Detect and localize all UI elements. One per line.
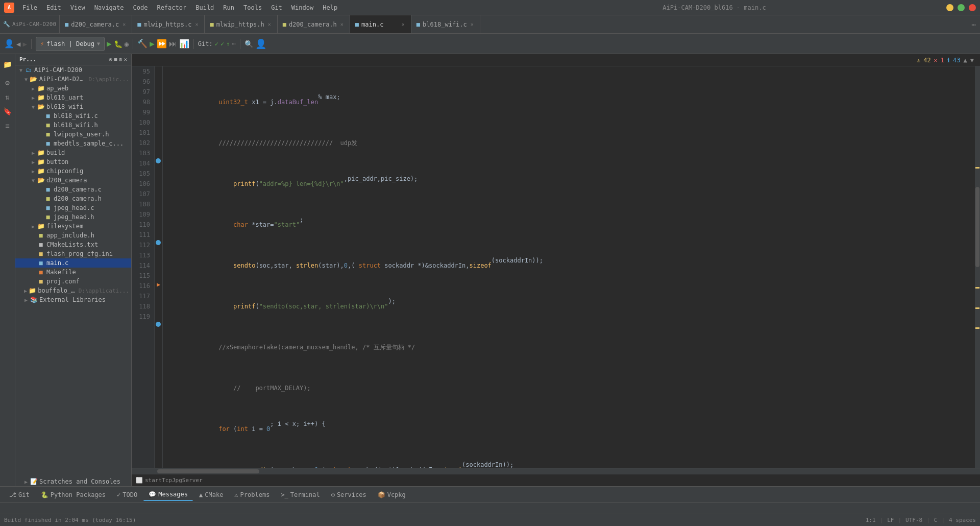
bottom-tab-messages[interactable]: 💬 Messages — [143, 489, 193, 501]
tree-item-bl618-wifi-c[interactable]: ■ bl618_wifi.c — [15, 111, 131, 121]
bottom-tab-vcpkg[interactable]: 📦 Vcpkg — [373, 489, 411, 500]
menu-edit[interactable]: Edit — [42, 3, 65, 12]
tree-item-lwipopts[interactable]: ■ lwipopts_user.h — [15, 130, 131, 139]
tab-main-c[interactable]: ■ main.c ✕ — [350, 15, 411, 33]
menu-view[interactable]: View — [66, 3, 89, 12]
error-count-icon[interactable]: ✕ — [934, 57, 938, 64]
run-config-button[interactable]: ⚡ flash | Debug ▼ — [36, 37, 105, 51]
tree-item-chipconfig[interactable]: ▶ 📁 chipconfig — [15, 166, 131, 176]
tree-item-proj-conf[interactable]: ■ proj.conf — [15, 277, 131, 286]
coverage-button[interactable]: ◉ — [125, 40, 129, 48]
menu-refactor[interactable]: Refactor — [153, 3, 190, 12]
tree-item-scratches[interactable]: ▶ 📝 Scratches and Consoles — [15, 477, 131, 486]
tree-item-button[interactable]: ▶ 📁 button — [15, 157, 131, 166]
close-button[interactable] — [969, 4, 976, 11]
tree-item-ap-web[interactable]: ▶ 📁 ap_web — [15, 84, 131, 93]
sidebar-icon-commit[interactable]: ⚙ — [2, 77, 14, 89]
menu-help[interactable]: Help — [318, 3, 341, 12]
menu-code[interactable]: Code — [129, 3, 152, 12]
tree-item-bl618-wifi-h[interactable]: ■ bl618_wifi.h — [15, 121, 131, 130]
tab-close-icon[interactable]: ✕ — [267, 20, 272, 28]
bottom-tab-git[interactable]: ⎇ Git — [4, 489, 35, 500]
tab-close-icon[interactable]: ✕ — [339, 20, 345, 28]
tree-collapse-icon[interactable]: ≡ — [114, 56, 117, 63]
maximize-button[interactable] — [958, 4, 965, 11]
sidebar-icon-structure[interactable]: ≡ — [2, 119, 14, 132]
code-content[interactable]: uint32_t x1 = j.dataBuf_len% max; //////… — [163, 66, 975, 468]
menu-file[interactable]: File — [18, 3, 41, 12]
tree-item-bl618-wifi[interactable]: ▼ 📂 bl618_wifi — [15, 102, 131, 111]
minimize-button[interactable] — [946, 4, 953, 11]
tree-item-makefile[interactable]: ■ Makefile — [15, 268, 131, 277]
toolbar-build-icon[interactable]: 🔨 — [137, 39, 148, 49]
sidebar-icon-project[interactable]: 📁 — [2, 58, 14, 70]
tab-mlwip-https-c[interactable]: ■ mlwip_https.c ✕ — [132, 15, 205, 33]
bottom-tab-problems[interactable]: ⚠ Problems — [229, 489, 275, 500]
bottom-tab-python-packages[interactable]: 🐍 Python Packages — [36, 489, 111, 500]
search-icon[interactable]: 🔍 — [244, 40, 253, 48]
tree-item-d200-cam-c[interactable]: ■ d200_camera.c — [15, 185, 131, 194]
tree-item-root[interactable]: ▼ 🗂 AiPi-CAM-D200 — [15, 65, 131, 75]
toolbar-attach-icon[interactable]: ⏭ — [169, 39, 177, 49]
collapse-all-icon[interactable]: ▲ — [964, 57, 967, 64]
code-container[interactable]: 95 96 97 98 99 100 101 102 103 104 105 1… — [132, 66, 980, 468]
tree-item-app-include[interactable]: ■ app_include.h — [15, 231, 131, 240]
debug-button[interactable]: 🐛 — [114, 40, 122, 48]
git-checkmark2[interactable]: ✓ — [220, 40, 224, 47]
indent-setting[interactable]: 4 spaces — [949, 517, 976, 523]
toolbar-run-icon[interactable]: ▶ — [150, 39, 155, 49]
tree-close-icon[interactable]: ✕ — [124, 56, 127, 63]
bottom-tab-services[interactable]: ⚙ Services — [326, 489, 372, 500]
horizontal-scrollbar[interactable] — [132, 468, 980, 474]
toolbar-forward-icon[interactable]: ▶ — [22, 40, 27, 48]
tree-item-aipicam[interactable]: ▼ 📂 AiPi-CAM-D200 D:\applic... — [15, 75, 131, 84]
tab-close-icon[interactable]: ✕ — [121, 20, 127, 28]
tab-bl618-wifi-c[interactable]: ■ bl618_wifi.c ✕ — [411, 15, 480, 33]
warning-count-icon[interactable]: ⚠ — [917, 57, 920, 64]
config-dropdown-icon[interactable]: ▼ — [97, 41, 100, 46]
scrollbar-thumb[interactable] — [975, 187, 979, 267]
tree-item-d200-camera[interactable]: ▼ 📂 d200_camera — [15, 176, 131, 185]
bottom-tab-terminal[interactable]: >_ Terminal — [276, 489, 325, 500]
line-ending[interactable]: LF — [887, 517, 894, 523]
menu-run[interactable]: Run — [219, 3, 238, 12]
tree-item-jpeg-head-h[interactable]: ■ jpeg_head.h — [15, 212, 131, 222]
tab-mlwip-https-h[interactable]: ■ mlwip_https.h ✕ — [205, 15, 277, 33]
tree-item-flash-prog[interactable]: ■ flash_prog_cfg.ini — [15, 249, 131, 258]
tab-close-icon[interactable]: ✕ — [194, 20, 199, 28]
git-arrow-up[interactable]: ↑ — [226, 40, 230, 47]
toolbar-back-icon[interactable]: ◀ — [16, 40, 20, 48]
expand-all-icon[interactable]: ▼ — [970, 57, 974, 64]
sidebar-icon-pullrequest[interactable]: ⇅ — [2, 91, 14, 103]
tree-settings-icon[interactable]: ⚙ — [119, 56, 122, 63]
tree-locate-icon[interactable]: ⊙ — [109, 56, 113, 63]
tree-item-build[interactable]: ▶ 📁 build — [15, 148, 131, 157]
vertical-scrollbar[interactable] — [975, 66, 980, 468]
tab-d200-camera-h[interactable]: ■ d200_camera.h ✕ — [278, 15, 350, 33]
tree-item-jpeg-head-c[interactable]: ■ jpeg_head.c — [15, 203, 131, 212]
sidebar-icon-bookmarks[interactable]: 🔖 — [2, 105, 14, 117]
toolbar-debug-icon[interactable]: ⏩ — [157, 39, 167, 49]
git-arrow-more[interactable]: ⋯ — [232, 40, 235, 47]
tree-item-mbedtls[interactable]: ■ mbedtls_sample_c... — [15, 139, 131, 148]
bottom-tab-cmake[interactable]: ▲ CMake — [194, 489, 228, 500]
menu-window[interactable]: Window — [287, 3, 317, 12]
menu-navigate[interactable]: Navigate — [90, 3, 128, 12]
user-avatar-icon[interactable]: 👤 — [255, 38, 266, 49]
hscrollbar-thumb[interactable] — [157, 469, 259, 473]
tree-item-d200-cam-h[interactable]: ■ d200_camera.h — [15, 194, 131, 203]
menu-git[interactable]: Git — [267, 3, 286, 12]
tree-item-external-libs[interactable]: ▶ 📚 External Libraries — [15, 295, 131, 304]
git-checkmark1[interactable]: ✓ — [215, 40, 218, 47]
tab-d200-camera-c[interactable]: ■ d200_camera.c ✕ — [60, 15, 132, 33]
menu-build[interactable]: Build — [191, 3, 218, 12]
toolbar-profile-icon[interactable]: 📊 — [179, 39, 189, 49]
run-button[interactable]: ▶ — [107, 39, 112, 49]
tree-item-filesystem[interactable]: ▶ 📁 filesystem — [15, 222, 131, 231]
tab-close-icon[interactable]: ✕ — [401, 20, 406, 28]
encoding[interactable]: UTF-8 — [905, 517, 922, 523]
menu-tools[interactable]: Tools — [239, 3, 266, 12]
tree-item-bouffalo-sdk[interactable]: ▶ 📁 bouffalo_sdk D:\applicati... — [15, 286, 131, 295]
tab-list-icon[interactable]: ⋯ — [972, 20, 976, 29]
bottom-tab-todo[interactable]: ✓ TODO — [112, 489, 142, 500]
